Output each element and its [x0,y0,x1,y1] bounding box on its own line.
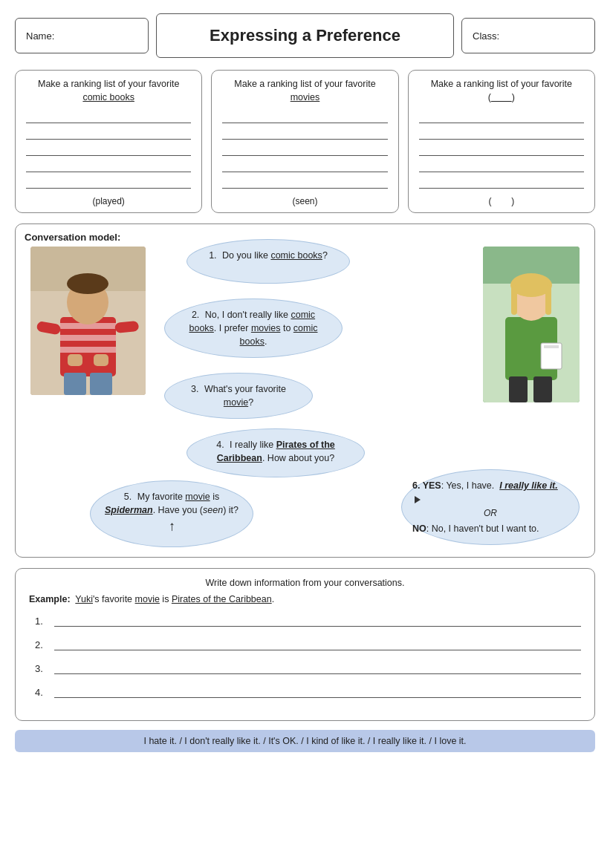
ranking-lines-1 [26,111,191,189]
ranking-line[interactable] [222,160,387,172]
ranking-lines-2 [222,111,387,189]
svg-rect-18 [533,376,552,402]
ranking-note-3: ( ) [419,196,584,206]
footer-text: I hate it. / I don't really like it. / I… [143,736,466,746]
list-item: 3. [35,661,581,674]
ranking-line[interactable] [26,177,191,189]
footer-bar: I hate it. / I don't really like it. / I… [15,730,595,752]
ranking-line[interactable] [26,144,191,156]
girl-photo [483,247,580,402]
write-line[interactable] [54,613,581,627]
writing-list: 1. 2. 3. 4. [35,613,581,698]
write-line[interactable] [54,661,581,674]
ranking-lines-3 [419,111,584,189]
bubble-1-number: 1. [209,250,216,261]
ranking-line[interactable] [419,128,584,140]
ranking-line[interactable] [419,177,584,189]
svg-rect-24 [544,345,559,348]
bubble-5-number: 5. [124,492,132,502]
ranking-line[interactable] [222,177,387,189]
ranking-line[interactable] [419,144,584,156]
class-label: Class: [473,30,499,42]
bubble-3-number: 3. [191,384,198,394]
svg-rect-6 [64,373,86,395]
ranking-box-movies: Make a ranking list of your favorite mov… [211,70,398,213]
bubble-6-no: NO: No, I haven't but I want to. [412,522,568,535]
writing-example: Example: Yuki's favorite movie is Pirate… [29,594,581,604]
ranking-line[interactable] [222,144,387,156]
write-line[interactable] [54,685,581,698]
bubble-3: 3. What's your favorite movie? [164,373,313,419]
name-box: Name: [15,18,149,53]
ranking-instruction-3: Make a ranking list of your favorite ( ) [419,78,584,104]
svg-rect-5 [60,347,116,353]
bubble-4: 4. I really like Pirates of the Caribbea… [186,428,365,477]
boy-photo [30,247,146,395]
ranking-instruction-1: Make a ranking list of your favorite com… [26,78,191,104]
list-item: 2. [35,637,581,650]
bubble-6-or: OR [412,507,568,520]
ranking-line[interactable] [222,128,387,140]
svg-rect-4 [60,335,116,341]
svg-point-9 [67,273,108,294]
list-item-number: 3. [35,663,50,674]
header: Name: Expressing a Preference Class: [15,13,595,58]
svg-rect-7 [90,373,112,395]
bubble-2: 2. No, I don't really like comic books. … [164,298,343,358]
list-item-number: 4. [35,687,50,698]
page-title: Expressing a Preference [210,26,400,45]
arrow-icon [415,496,421,503]
list-item-number: 1. [35,616,50,627]
svg-rect-13 [94,354,108,366]
ranking-line[interactable] [419,111,584,123]
svg-rect-12 [68,354,82,366]
bubble-5: 5. My favorite movie is Spiderman. Have … [90,480,253,547]
ranking-instruction-2: Make a ranking list of your favorite mov… [222,78,387,104]
bubble-6-yes: 6. YES: Yes, I have. I really like it. [412,479,568,506]
ranking-line[interactable] [26,111,191,123]
svg-rect-21 [511,285,517,315]
svg-rect-17 [509,376,528,402]
bubble-2-number: 2. [192,310,199,320]
ranking-line[interactable] [222,111,387,123]
conversation-section: Conversation model: [15,223,595,558]
list-item: 4. [35,685,581,698]
list-item: 1. [35,613,581,627]
ranking-box-custom: Make a ranking list of your favorite ( )… [408,70,595,213]
title-box: Expressing a Preference [156,13,454,58]
name-label: Name: [26,30,54,42]
ranking-note-2: (seen) [222,196,387,206]
ranking-box-comic: Make a ranking list of your favorite com… [15,70,202,213]
bubble-6: 6. YES: Yes, I have. I really like it. O… [401,469,580,545]
writing-instruction: Write down information from your convers… [29,578,581,588]
ranking-line[interactable] [26,128,191,140]
bubble-4-number: 4. [216,440,224,450]
writing-section: Write down information from your convers… [15,568,595,721]
list-item-number: 2. [35,639,50,650]
write-line[interactable] [54,637,581,650]
ranking-section: Make a ranking list of your favorite com… [15,70,595,213]
ranking-line[interactable] [26,160,191,172]
ranking-note-1: (played) [26,196,191,206]
bubble-1: 1. Do you like comic books? [186,239,350,284]
svg-rect-22 [545,285,551,315]
ranking-line[interactable] [419,160,584,172]
class-box: Class: [461,18,595,53]
